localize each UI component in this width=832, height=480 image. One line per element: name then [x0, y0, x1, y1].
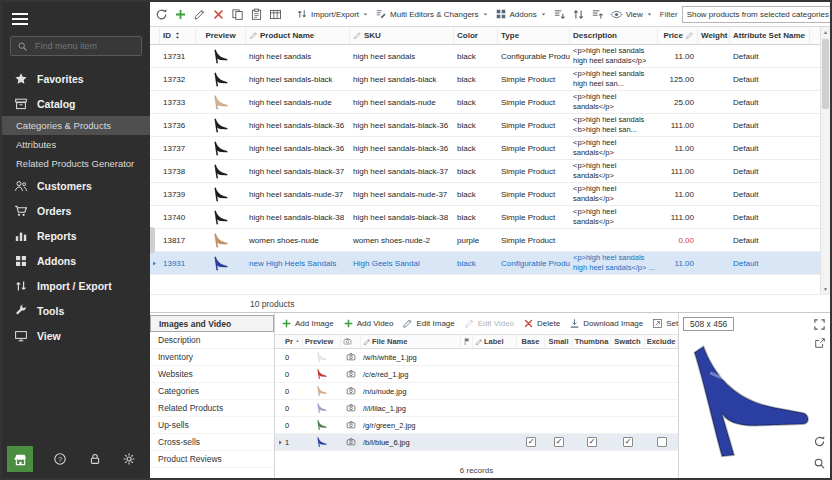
sidebar-item-orders[interactable]: Orders	[2, 198, 150, 223]
media-row[interactable]: 0/g/r/green_2.jpg	[275, 417, 678, 434]
menu-toggle-button[interactable]	[2, 2, 38, 34]
tab-cross-sells[interactable]: Cross-sells	[150, 434, 274, 451]
tab-websites[interactable]: Websites	[150, 366, 274, 383]
media-row[interactable]: 1/b/l/blue_6.jpg✓✓✓✓	[275, 434, 678, 451]
tab-description[interactable]: Description	[150, 332, 274, 349]
small-checkbox[interactable]: ✓	[554, 437, 564, 447]
product-row[interactable]: 13732high heel sandals-blackhigh heel sa…	[150, 68, 820, 91]
column-header-preview[interactable]: Preview	[196, 27, 246, 44]
cell-camera[interactable]	[341, 349, 361, 365]
column-header-price[interactable]: Price	[658, 27, 698, 44]
sidebar-item-customers[interactable]: Customers	[2, 173, 150, 198]
media-row[interactable]: 0/n/u/nude.jpg	[275, 383, 678, 400]
category-filter-select[interactable]: Show products from selected categories	[682, 6, 830, 23]
tab-inventory[interactable]: Inventory	[150, 349, 274, 366]
scroll-down-button[interactable]: ▼	[821, 284, 830, 294]
media-column-file-name[interactable]: File Name	[361, 335, 461, 348]
media-column-priority[interactable]: Pr	[283, 335, 303, 348]
cell-camera[interactable]	[341, 383, 361, 399]
product-row[interactable]: 13740high heel sandals-black-38high heel…	[150, 206, 820, 229]
edit-button[interactable]	[192, 7, 207, 22]
thumbnail-checkbox[interactable]: ✓	[587, 437, 597, 447]
columns-button[interactable]	[268, 7, 283, 22]
media-column-swatch[interactable]: Swatch	[611, 335, 645, 348]
media-column-thumbnail[interactable]: Thumbna	[573, 335, 611, 348]
zoom-button[interactable]	[813, 457, 826, 470]
exclude-checkbox[interactable]	[657, 437, 667, 447]
column-header-weight[interactable]: Weight	[698, 27, 730, 44]
cell-camera[interactable]	[341, 366, 361, 382]
column-header-id[interactable]: ID	[160, 27, 196, 44]
tab-related-products[interactable]: Related Products	[150, 400, 274, 417]
media-column-base[interactable]: Base	[517, 335, 545, 348]
cell-camera[interactable]	[341, 434, 361, 450]
edit-image-button[interactable]: Edit Image	[402, 318, 454, 329]
sidebar-item-catalog[interactable]: Catalog	[2, 91, 150, 116]
tab-product-reviews[interactable]: Product Reviews	[150, 451, 274, 468]
sidebar-item-related-products-generator[interactable]: Related Products Generator	[2, 154, 150, 173]
multi-editors-changers-menu-button[interactable]: Multi Editors & Changers	[374, 7, 489, 21]
add-image-button[interactable]: Add Image	[281, 318, 334, 329]
media-column-expander[interactable]	[275, 335, 283, 348]
add-video-button[interactable]: Add Video	[343, 318, 394, 329]
product-row[interactable]: 13731high heel sandalshigh heel sandalsb…	[150, 45, 820, 68]
product-row[interactable]: 13931new High Heels SandalsHigh Geels Sa…	[150, 252, 820, 275]
sidebar-item-view[interactable]: View	[2, 323, 150, 348]
column-header-color[interactable]: Color	[454, 27, 498, 44]
splitter-handle[interactable]	[150, 227, 155, 253]
media-column-small[interactable]: Small	[545, 335, 573, 348]
help-button[interactable]: ?	[53, 452, 67, 466]
media-column-camera[interactable]	[341, 335, 361, 348]
rotate-button[interactable]	[813, 435, 826, 448]
media-row[interactable]: 0/l/i/lilac_1.jpg	[275, 400, 678, 417]
search-input[interactable]	[33, 40, 135, 52]
media-row[interactable]: 0/c/e/red_1.jpg	[275, 366, 678, 383]
column-header-description[interactable]: Description	[570, 27, 658, 44]
product-row[interactable]: 13733high heel sandals-nudehigh heel san…	[150, 91, 820, 114]
column-header-sku[interactable]: SKU	[350, 27, 454, 44]
sidebar-item-reports[interactable]: Reports	[2, 223, 150, 248]
tab-images-and-video[interactable]: Images and Video	[150, 315, 274, 332]
add-button[interactable]	[173, 7, 188, 22]
set-resize-rule-button[interactable]: Set Resize Rule	[652, 318, 678, 329]
delete-button[interactable]	[211, 7, 226, 22]
grid-scrollbar[interactable]: ▲ ▼	[820, 27, 830, 294]
scroll-up-button[interactable]: ▲	[821, 27, 830, 37]
settings-button[interactable]	[122, 452, 136, 466]
sort-button[interactable]	[571, 7, 586, 22]
lock-button[interactable]	[88, 452, 102, 466]
scrollbar-thumb[interactable]	[822, 39, 829, 109]
sidebar-item-tools[interactable]: Tools	[2, 298, 150, 323]
expand-all-button[interactable]	[552, 7, 567, 22]
media-column-preview[interactable]: Preview	[303, 335, 341, 348]
fullscreen-button[interactable]	[813, 318, 826, 331]
media-column-exclude[interactable]: Exclude	[645, 335, 678, 348]
delete-button[interactable]: Delete	[523, 318, 560, 329]
sidebar-item-addons[interactable]: Addons	[2, 248, 150, 273]
refresh-button[interactable]	[154, 7, 169, 22]
download-image-button[interactable]: Download Image	[569, 318, 643, 329]
product-row[interactable]: 13817women shoes-nudewomen shoes-nude-2p…	[150, 229, 820, 252]
import-export-menu-button[interactable]: Import/Export	[295, 7, 370, 21]
copy-button[interactable]	[230, 7, 245, 22]
product-row[interactable]: 13738high heel sandals-black-37high heel…	[150, 160, 820, 183]
tab-up-sells[interactable]: Up-sells	[150, 417, 274, 434]
cell-camera[interactable]	[341, 400, 361, 416]
product-row[interactable]: 13737high heel sandals-black-36high heel…	[150, 137, 820, 160]
sidebar-item-favorites[interactable]: Favorites	[2, 66, 150, 91]
product-row[interactable]: 13736high heel sandals-black-36high heel…	[150, 114, 820, 137]
addons-menu-button[interactable]: Addons	[494, 7, 548, 21]
open-external-button[interactable]	[814, 337, 826, 349]
media-row[interactable]: 0/w/h/white_1.jpg	[275, 349, 678, 366]
collapse-all-button[interactable]	[590, 7, 605, 22]
sidebar-item-import-export[interactable]: Import / Export	[2, 273, 150, 298]
product-row[interactable]: 13739high heel sandals-nude-37high heel …	[150, 183, 820, 206]
sidebar-item-categories-products[interactable]: Categories & Products	[2, 116, 150, 135]
scrollbar-track[interactable]	[821, 37, 830, 284]
column-header-type[interactable]: Type	[498, 27, 570, 44]
column-header-attribute-set-name[interactable]: Attribute Set Name	[730, 27, 810, 44]
base-checkbox[interactable]: ✓	[526, 437, 536, 447]
view-menu-button[interactable]: View	[609, 7, 654, 22]
store-button[interactable]	[7, 446, 33, 472]
sidebar-search[interactable]	[10, 36, 142, 56]
